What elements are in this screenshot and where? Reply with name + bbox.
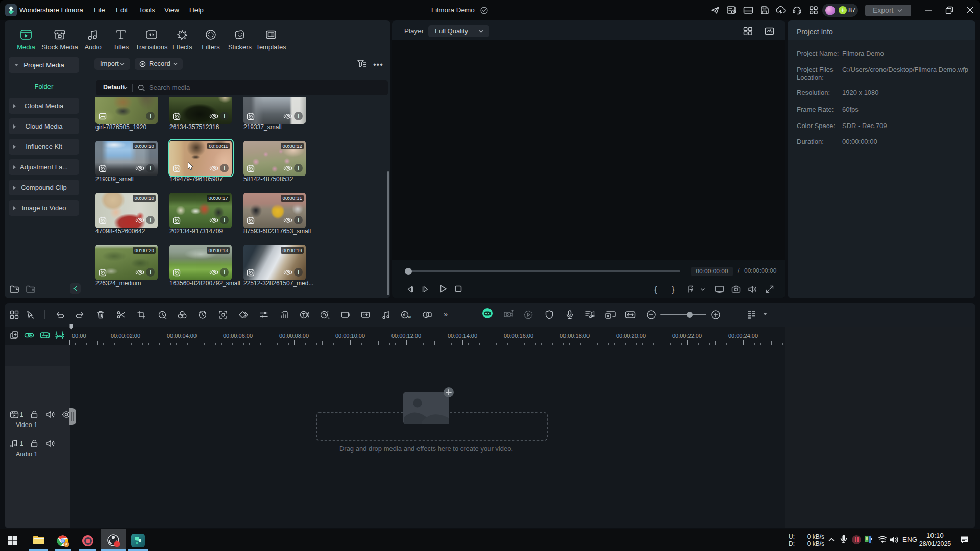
svg-text:AI: AI xyxy=(408,315,411,319)
